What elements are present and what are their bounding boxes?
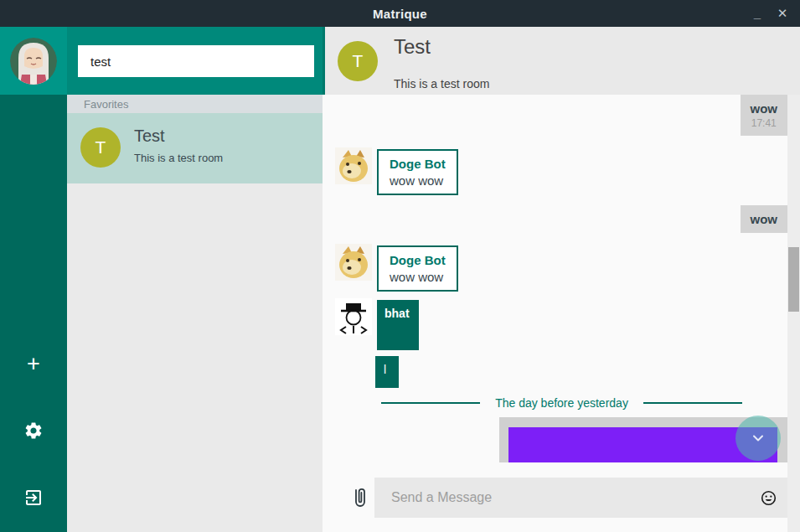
exit-icon xyxy=(23,488,44,508)
add-room-button[interactable]: + xyxy=(0,353,67,374)
room-topic: This is a test room xyxy=(134,152,223,164)
scroll-to-bottom-button[interactable] xyxy=(735,416,781,461)
emoji-icon[interactable] xyxy=(761,490,777,506)
nav-sidebar: + xyxy=(0,27,67,532)
settings-button[interactable] xyxy=(0,421,67,444)
window-controls: _ ✕ xyxy=(745,0,795,27)
minimize-button[interactable]: _ xyxy=(745,0,770,27)
room-list-empty-area xyxy=(67,183,323,532)
favorites-section-header[interactable]: Favorites xyxy=(67,95,323,113)
room-name: Test xyxy=(134,127,165,146)
divider-line xyxy=(381,402,480,404)
doge-bot-avatar[interactable] xyxy=(335,244,372,281)
sender-name: Doge Bot xyxy=(390,157,446,171)
message-doge-bot: Doge Bot wow wow xyxy=(377,245,458,292)
sender-name: Doge Bot xyxy=(390,253,446,267)
favorites-label: Favorites xyxy=(84,98,128,111)
gear-icon xyxy=(23,421,44,441)
user-avatar[interactable] xyxy=(10,38,57,85)
divider-line xyxy=(643,402,742,404)
app-body: + Favorites T xyxy=(0,27,800,532)
room-list-item-test[interactable]: T Test This is a test room xyxy=(67,113,323,183)
doge-bot-avatar[interactable] xyxy=(335,147,372,184)
room-list-panel: Favorites T Test This is a test room xyxy=(67,27,323,532)
attach-file-icon[interactable] xyxy=(350,485,370,512)
chevron-down-icon xyxy=(750,430,766,447)
message-input[interactable] xyxy=(374,478,787,518)
chat-room-avatar: T xyxy=(338,41,378,81)
chat-header: T Test This is a test room xyxy=(323,27,800,95)
date-divider: The day before yesterday xyxy=(381,396,742,410)
message-member: l xyxy=(375,356,399,388)
message-own: wow xyxy=(741,205,788,233)
logout-button[interactable] xyxy=(0,488,67,511)
chat-room-name: Test xyxy=(394,35,431,59)
divider-label: The day before yesterday xyxy=(480,396,643,410)
window-title: Matrique xyxy=(373,7,427,21)
chat-room-topic: This is a test room xyxy=(394,77,489,90)
search-input[interactable] xyxy=(78,45,314,77)
profile-section[interactable] xyxy=(0,27,67,95)
message-doge-bot: Doge Bot wow wow xyxy=(377,149,458,195)
message-own: wow 17:41 xyxy=(741,95,788,136)
titlebar: Matrique _ ✕ xyxy=(0,0,800,27)
scrollbar-thumb[interactable] xyxy=(788,247,799,312)
message-member: bhat xyxy=(377,300,419,350)
room-search-header xyxy=(67,27,323,95)
timestamp: 17:41 xyxy=(751,117,778,129)
app-window: Matrique _ ✕ + xyxy=(0,0,800,532)
chat-scrollbar[interactable] xyxy=(787,95,800,532)
composer-bar xyxy=(323,466,787,532)
chat-panel: T Test This is a test room wow 17:41 xyxy=(323,27,800,532)
room-avatar: T xyxy=(80,127,121,168)
close-button[interactable]: ✕ xyxy=(770,0,795,27)
bhat-avatar[interactable] xyxy=(335,298,372,335)
